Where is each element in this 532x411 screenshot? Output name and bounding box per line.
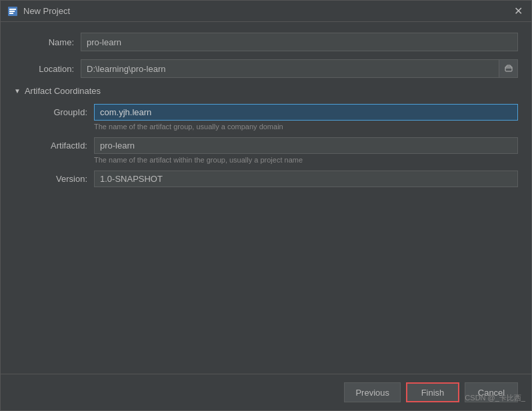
version-input[interactable] (94, 171, 518, 187)
artifact-section-title: Artifact Coordinates (25, 86, 101, 96)
svg-rect-1 (9, 9, 16, 10)
groupid-label: GroupId: (21, 104, 94, 117)
artifactid-row: ArtifactId: The name of the artifact wit… (21, 137, 518, 168)
name-label: Name: (14, 37, 81, 47)
finish-button[interactable]: Finish (406, 382, 459, 402)
artifactid-hint: The name of the artifact within the grou… (94, 156, 518, 164)
groupid-hint: The name of the artifact group, usually … (94, 123, 518, 131)
version-label: Version: (21, 171, 94, 184)
close-button[interactable]: ✕ (511, 5, 525, 18)
title-bar: New Project ✕ (1, 1, 531, 22)
svg-rect-2 (9, 11, 15, 12)
groupid-field: The name of the artifact group, usually … (94, 104, 518, 135)
browse-button[interactable] (499, 59, 518, 78)
location-input-group (81, 59, 518, 78)
groupid-input[interactable] (94, 104, 518, 121)
groupid-row: GroupId: The name of the artifact group,… (21, 104, 518, 135)
version-row: Version: (21, 171, 518, 187)
new-project-dialog: New Project ✕ Name: Location: (0, 0, 532, 411)
artifactid-input[interactable] (94, 137, 518, 154)
watermark: CSDN @_卡比西_ (465, 393, 525, 403)
name-input[interactable] (81, 33, 518, 51)
artifact-section: GroupId: The name of the artifact group,… (21, 104, 518, 187)
dialog-content: Name: Location: ▼ Artifact Coordinates (1, 22, 531, 374)
dialog-footer: Previous Finish Cancel (1, 374, 531, 410)
artifactid-label: ArtifactId: (21, 137, 94, 151)
location-row: Location: (14, 59, 518, 78)
previous-button[interactable]: Previous (344, 382, 401, 402)
location-label: Location: (14, 64, 81, 74)
svg-rect-3 (9, 13, 13, 14)
location-input[interactable] (81, 59, 499, 78)
version-field (94, 171, 518, 187)
svg-rect-4 (505, 67, 512, 71)
name-row: Name: (14, 33, 518, 51)
dialog-title: New Project (23, 6, 511, 16)
artifact-section-header: ▼ Artifact Coordinates (14, 86, 518, 96)
dialog-icon (7, 6, 18, 17)
section-toggle[interactable]: ▼ (14, 87, 21, 95)
artifactid-field: The name of the artifact within the grou… (94, 137, 518, 168)
